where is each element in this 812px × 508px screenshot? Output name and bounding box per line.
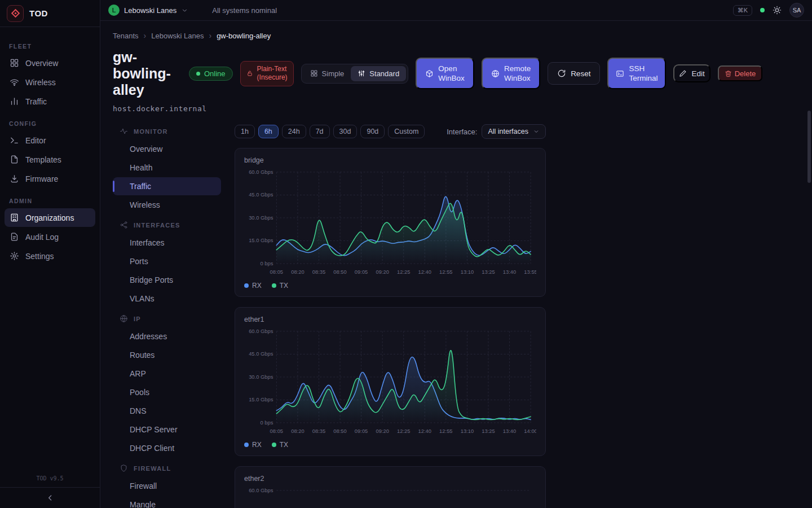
svg-text:15.0 Gbps: 15.0 Gbps [249, 238, 273, 244]
user-avatar[interactable]: SA [789, 3, 804, 17]
device-nav-item-pools[interactable]: Pools [113, 383, 221, 401]
box-icon [425, 69, 434, 78]
sidebar-item-traffic[interactable]: Traffic [5, 92, 95, 111]
sidebar: TOD FLEET Overview Wireless Traffic CONF… [0, 0, 100, 508]
breadcrumb-current: gw-bowling-alley [217, 32, 271, 40]
sidebar-item-label: Templates [25, 155, 61, 164]
breadcrumb-separator: › [144, 31, 147, 40]
device-nav-item-traffic[interactable]: Traffic [113, 177, 221, 195]
sidebar-item-label: Audit Log [25, 233, 59, 242]
range-1h[interactable]: 1h [235, 125, 255, 138]
range-90d[interactable]: 90d [360, 125, 385, 138]
open-winbox-button[interactable]: Open WinBox [416, 58, 474, 89]
sidebar-item-templates[interactable]: Templates [5, 150, 95, 169]
range-custom[interactable]: Custom [388, 125, 425, 138]
sidebar-item-overview[interactable]: Overview [5, 54, 95, 72]
open-winbox-label: Open WinBox [438, 64, 465, 84]
device-nav-item-arp[interactable]: ARP [113, 365, 221, 383]
svg-text:08:20: 08:20 [291, 269, 304, 275]
scrollbar-thumb[interactable] [807, 111, 811, 183]
main-area: L Lebowski Lanes All systems nominal ⌘K … [100, 0, 812, 508]
svg-text:12:55: 12:55 [439, 269, 452, 275]
online-label: Online [204, 69, 226, 78]
device-nav-item-mangle[interactable]: Mangle [113, 496, 221, 508]
device-nav-item-ports[interactable]: Ports [113, 252, 221, 270]
svg-text:12:25: 12:25 [397, 269, 410, 275]
view-mode-toggle: Simple Standard [301, 64, 409, 84]
svg-text:13:25: 13:25 [482, 269, 495, 275]
grid-icon [310, 69, 318, 77]
edit-button[interactable]: Edit [673, 64, 710, 82]
legend-item-tx[interactable]: TX [272, 441, 288, 449]
terminal-icon [616, 69, 624, 78]
file-icon [10, 155, 19, 164]
device-nav-item-routes[interactable]: Routes [113, 346, 221, 364]
view-mode-standard[interactable]: Standard [351, 66, 406, 81]
legend-dot-icon [272, 283, 276, 288]
range-30d[interactable]: 30d [333, 125, 358, 138]
sidebar-item-label: Overview [25, 59, 58, 68]
sidebar-item-label: Organizations [25, 213, 74, 222]
app-root: TOD FLEET Overview Wireless Traffic CONF… [0, 0, 812, 508]
status-badge-online: Online [189, 67, 233, 81]
chevron-down-icon [181, 7, 188, 14]
svg-text:08:20: 08:20 [291, 428, 304, 434]
sidebar-item-editor[interactable]: Editor [5, 131, 95, 150]
sidebar-item-firmware[interactable]: Firmware [5, 169, 95, 188]
ssh-terminal-button[interactable]: SSH Terminal [607, 58, 666, 89]
device-nav-item-dhcp-server[interactable]: DHCP Server [113, 421, 221, 439]
view-mode-simple[interactable]: Simple [303, 66, 351, 81]
interface-select[interactable]: All interfaces [482, 124, 546, 139]
sidebar-item-organizations[interactable]: Organizations [5, 208, 95, 227]
device-nav-item-firewall[interactable]: Firewall [113, 477, 221, 495]
range-24h[interactable]: 24h [282, 125, 306, 138]
sidebar-item-audit-log[interactable]: Audit Log [5, 227, 95, 246]
shield-icon [120, 464, 128, 472]
chart-card-ether2: ether2 0 bps15.0 Gbps30.0 Gbps45.0 Gbps6… [235, 466, 546, 508]
sidebar-item-settings[interactable]: Settings [5, 247, 95, 265]
device-nav-item-wireless[interactable]: Wireless [113, 196, 221, 214]
trash-icon [725, 70, 732, 77]
device-header: gw-bowling-alley Online Plain-Text (Inse… [113, 49, 812, 98]
device-nav-item-dhcp-client[interactable]: DHCP Client [113, 439, 221, 457]
range-6h[interactable]: 6h [258, 125, 279, 138]
legend-item-rx[interactable]: RX [244, 282, 262, 290]
legend-item-tx[interactable]: TX [272, 282, 288, 290]
chart-legend: RXTX [244, 441, 536, 449]
breadcrumb-tenant[interactable]: Lebowski Lanes [151, 32, 204, 40]
svg-text:13:25: 13:25 [482, 428, 495, 434]
delete-button[interactable]: Delete [718, 65, 763, 81]
remote-winbox-button[interactable]: Remote WinBox [482, 58, 540, 89]
sidebar-item-label: Editor [25, 136, 46, 145]
chevron-down-icon [533, 128, 540, 135]
device-nav-item-health[interactable]: Health [113, 159, 221, 177]
svg-text:13:55: 13:55 [524, 269, 536, 275]
tenant-switcher[interactable]: L Lebowski Lanes [108, 5, 188, 16]
range-7d[interactable]: 7d [310, 125, 330, 138]
charts-toolbar: 1h 6h 24h 7d 30d 90d Custom Interface: A… [235, 124, 546, 139]
sidebar-nav: FLEET Overview Wireless Traffic CONFIG E… [0, 27, 100, 475]
sidebar-item-label: Settings [25, 252, 54, 261]
reset-button[interactable]: Reset [548, 62, 600, 85]
sidebar-item-wireless[interactable]: Wireless [5, 73, 95, 91]
svg-text:08:05: 08:05 [270, 269, 283, 275]
chart-card-bridge: bridge 0 bps15.0 Gbps30.0 Gbps45.0 Gbps6… [235, 148, 546, 297]
delete-label: Delete [735, 69, 756, 78]
device-nav-item-addresses[interactable]: Addresses [113, 327, 221, 345]
interface-select-value: All interfaces [488, 128, 528, 135]
device-nav-item-vlans[interactable]: VLANs [113, 290, 221, 308]
device-nav-item-overview[interactable]: Overview [113, 140, 221, 158]
svg-text:45.0 Gbps: 45.0 Gbps [249, 192, 273, 198]
legend-item-rx[interactable]: RX [244, 441, 262, 449]
svg-text:08:35: 08:35 [312, 269, 325, 275]
device-nav-item-interfaces[interactable]: Interfaces [113, 234, 221, 252]
theme-toggle-button[interactable] [773, 6, 782, 15]
breadcrumb-tenants[interactable]: Tenants [113, 32, 139, 40]
device-nav-item-bridge-ports[interactable]: Bridge Ports [113, 271, 221, 289]
command-palette-shortcut[interactable]: ⌘K [733, 5, 752, 16]
topbar-right: ⌘K SA [733, 3, 804, 17]
device-nav-item-dns[interactable]: DNS [113, 402, 221, 420]
ssh-terminal-label: SSH Terminal [629, 64, 657, 84]
sidebar-collapse-button[interactable] [0, 487, 100, 508]
app-logo-icon [7, 5, 24, 22]
